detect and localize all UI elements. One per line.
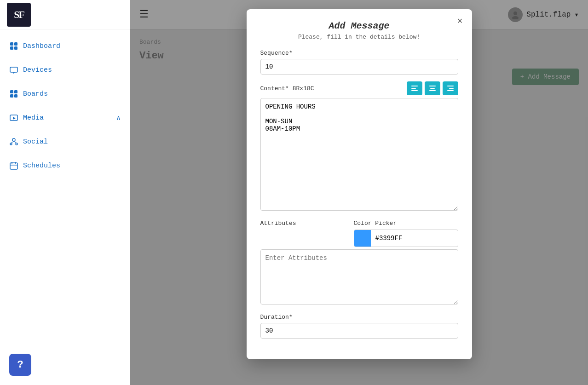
svg-rect-31: [449, 88, 454, 89]
color-picker-row: [354, 230, 458, 247]
svg-line-17: [14, 141, 17, 143]
svg-rect-3: [14, 46, 17, 50]
svg-rect-0: [10, 42, 13, 46]
sidebar-item-label: Media: [23, 114, 44, 122]
svg-rect-30: [447, 86, 454, 86]
duration-group: Duration*: [260, 314, 458, 339]
main-content: ☰ Split.flap ▾ Boards View + Add Message…: [130, 0, 588, 385]
attrs-color-row: Attributes Color Picker: [260, 220, 458, 247]
logo-text: SF: [14, 9, 24, 21]
color-picker-section: Color Picker: [354, 220, 458, 247]
svg-point-14: [10, 143, 12, 145]
svg-rect-24: [411, 86, 418, 86]
svg-rect-8: [14, 90, 17, 93]
color-picker-label: Color Picker: [354, 220, 458, 227]
social-icon: [9, 137, 18, 146]
attributes-section: Attributes: [260, 220, 345, 247]
duration-input[interactable]: [260, 323, 458, 339]
svg-rect-10: [14, 94, 17, 98]
add-message-modal: Add Message × Please, fill in the detail…: [247, 9, 472, 359]
duration-label: Duration*: [260, 314, 458, 321]
sequence-input[interactable]: [260, 59, 458, 75]
svg-rect-1: [14, 42, 17, 46]
sidebar-nav: Dashboard Devices: [0, 29, 130, 385]
content-group: Content* 8Rx18C: [260, 81, 458, 213]
svg-rect-26: [411, 90, 418, 91]
devices-icon: [9, 65, 18, 75]
svg-rect-28: [430, 88, 435, 89]
sidebar-item-dashboard[interactable]: Dashboard: [0, 34, 130, 58]
sidebar-item-boards[interactable]: Boards: [0, 82, 130, 106]
sidebar-item-devices[interactable]: Devices: [0, 58, 130, 82]
sidebar-item-label: Devices: [23, 66, 52, 74]
svg-point-15: [16, 143, 17, 145]
svg-rect-18: [10, 163, 17, 169]
svg-rect-27: [429, 86, 436, 86]
svg-rect-2: [10, 46, 13, 50]
schedules-icon: [9, 161, 18, 170]
align-center-button[interactable]: [425, 81, 440, 95]
content-label: Content* 8Rx18C: [260, 85, 314, 92]
media-icon: [9, 113, 18, 122]
svg-marker-12: [13, 117, 16, 120]
modal-title: Add Message: [260, 21, 458, 31]
help-button[interactable]: ?: [9, 354, 31, 376]
sidebar-item-media[interactable]: Media ∧: [0, 106, 130, 130]
logo-box: SF: [7, 3, 31, 27]
svg-rect-29: [429, 90, 436, 91]
color-swatch[interactable]: [354, 230, 371, 247]
sidebar-item-label: Schedules: [23, 162, 60, 170]
modal-overlay: Add Message × Please, fill in the detail…: [130, 0, 588, 385]
sequence-group: Sequence*: [260, 50, 458, 75]
attributes-textarea[interactable]: [260, 249, 458, 305]
align-left-button[interactable]: [407, 81, 422, 95]
attributes-group: [260, 249, 458, 307]
content-header: Content* 8Rx18C: [260, 81, 458, 95]
svg-rect-32: [447, 90, 454, 91]
sidebar-item-label: Boards: [23, 90, 48, 98]
boards-icon: [9, 89, 18, 98]
sidebar-item-schedules[interactable]: Schedules: [0, 154, 130, 178]
align-buttons: [407, 81, 458, 95]
sidebar: SF Dashboard: [0, 0, 130, 385]
svg-rect-25: [411, 88, 416, 89]
modal-subtitle: Please, fill in the details below!: [260, 34, 458, 40]
sidebar-item-label: Social: [23, 138, 48, 146]
dashboard-icon: [9, 41, 18, 51]
sequence-label: Sequence*: [260, 50, 458, 57]
sidebar-item-label: Dashboard: [23, 42, 60, 50]
sidebar-item-social[interactable]: Social: [0, 130, 130, 154]
sidebar-logo: SF: [0, 0, 130, 29]
content-textarea[interactable]: OPENING HOURS MON-SUN 08AM-10PM: [260, 98, 458, 211]
svg-line-16: [11, 141, 14, 143]
chevron-up-icon: ∧: [116, 114, 121, 122]
align-right-button[interactable]: [443, 81, 458, 95]
modal-close-button[interactable]: ×: [457, 16, 463, 25]
attributes-label: Attributes: [260, 220, 345, 227]
svg-rect-9: [10, 94, 13, 98]
svg-rect-7: [10, 90, 13, 93]
svg-rect-4: [10, 67, 17, 72]
color-value-input[interactable]: [371, 231, 458, 246]
svg-point-13: [12, 138, 15, 141]
